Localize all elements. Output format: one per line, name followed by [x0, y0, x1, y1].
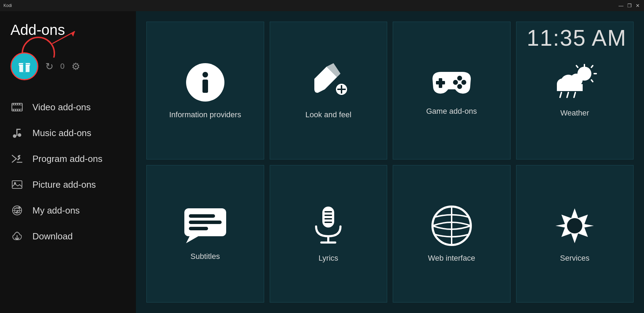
lyrics-icon	[313, 205, 344, 247]
settings-button[interactable]: ⚙	[71, 61, 80, 72]
svg-point-33	[202, 72, 208, 77]
svg-point-68	[567, 218, 582, 233]
svg-rect-61	[324, 215, 332, 216]
grid-item-services[interactable]: Services	[516, 165, 634, 303]
grid-item-lyrics[interactable]: Lyrics	[270, 165, 388, 303]
picture-addons-label: Picture add-ons	[32, 179, 96, 190]
clock: 11:35 AM	[527, 25, 627, 51]
svg-rect-8	[12, 105, 22, 105]
svg-rect-56	[189, 214, 215, 218]
svg-line-53	[567, 92, 568, 97]
addon-grid: Information providers Look and feel	[146, 22, 634, 303]
svg-rect-58	[189, 227, 208, 230]
svg-rect-62	[324, 218, 332, 219]
music-icon	[10, 126, 24, 140]
sidebar-item-music[interactable]: Music add-ons	[0, 120, 136, 146]
svg-rect-23	[17, 157, 21, 161]
window-controls: — ❐ ✕	[618, 3, 641, 8]
svg-line-44	[591, 66, 593, 67]
program-icon	[10, 152, 24, 165]
svg-line-52	[560, 92, 561, 97]
restore-button[interactable]: ❐	[627, 3, 632, 8]
svg-rect-16	[17, 110, 18, 111]
svg-rect-15	[15, 110, 16, 111]
web-icon	[431, 205, 473, 247]
game-label: Game add-ons	[426, 107, 477, 116]
minimize-button[interactable]: —	[618, 3, 624, 8]
svg-point-18	[13, 134, 16, 138]
subtitles-label: Subtitles	[191, 252, 220, 261]
look-label: Look and feel	[305, 110, 351, 119]
svg-line-47	[576, 66, 578, 67]
sidebar-item-video[interactable]: Video add-ons	[0, 94, 136, 120]
content-area: 11:35 AM Information providers	[136, 11, 644, 313]
install-from-zip-wrapper	[10, 52, 38, 80]
svg-rect-57	[189, 221, 222, 224]
svg-rect-24	[12, 181, 22, 188]
svg-rect-34	[202, 80, 208, 93]
svg-line-54	[574, 92, 575, 97]
svg-rect-14	[13, 110, 14, 111]
svg-point-19	[18, 133, 21, 137]
info-label: Information providers	[169, 110, 241, 119]
grid-item-web[interactable]: Web interface	[393, 165, 511, 303]
my-addons-label: My add-ons	[32, 205, 80, 216]
svg-rect-13	[19, 103, 20, 105]
sidebar: Add-ons ↻	[0, 11, 136, 313]
svg-rect-17	[19, 110, 20, 111]
svg-rect-9	[12, 109, 22, 110]
main-container: Add-ons ↻	[0, 11, 644, 313]
download-icon	[10, 230, 24, 243]
subtitles-icon	[183, 207, 228, 245]
sidebar-item-download[interactable]: Download	[0, 223, 136, 249]
sidebar-icons-row: ↻ 0 ⚙	[0, 49, 136, 91]
game-icon	[429, 65, 474, 100]
weather-label: Weather	[560, 109, 589, 118]
lyrics-label: Lyrics	[319, 254, 338, 263]
svg-rect-21	[16, 129, 21, 130]
svg-rect-60	[324, 211, 332, 213]
svg-point-38	[457, 76, 462, 81]
picture-icon	[10, 178, 24, 191]
package-icon	[17, 59, 32, 74]
music-addons-label: Music add-ons	[32, 128, 91, 139]
svg-rect-59	[322, 207, 334, 228]
services-label: Services	[560, 254, 589, 263]
refresh-button[interactable]: ↻	[45, 61, 53, 72]
sidebar-item-program[interactable]: Program add-ons	[0, 146, 136, 172]
web-label: Web interface	[428, 254, 475, 263]
look-icon	[307, 61, 349, 103]
svg-rect-63	[324, 222, 332, 223]
close-button[interactable]: ✕	[635, 3, 641, 8]
svg-point-40	[457, 84, 462, 89]
grid-item-subtitles[interactable]: Subtitles	[146, 165, 264, 303]
sidebar-header: Add-ons	[0, 11, 136, 49]
program-addons-label: Program add-ons	[32, 154, 102, 164]
svg-point-41	[453, 80, 458, 85]
svg-rect-37	[436, 81, 445, 84]
grid-item-game[interactable]: Game add-ons	[393, 22, 511, 159]
svg-line-46	[591, 80, 593, 82]
svg-point-39	[461, 80, 466, 85]
myaddon-icon	[10, 204, 24, 217]
download-label: Download	[32, 231, 73, 242]
svg-rect-11	[15, 103, 16, 105]
info-icon	[184, 61, 226, 103]
app-title: Kodi	[3, 3, 12, 8]
svg-rect-12	[17, 103, 18, 105]
svg-rect-10	[13, 103, 14, 105]
sidebar-item-picture[interactable]: Picture add-ons	[0, 172, 136, 198]
install-from-zip-button[interactable]	[10, 52, 38, 80]
sidebar-item-my-addons[interactable]: My add-ons	[0, 198, 136, 223]
svg-rect-51	[557, 84, 583, 91]
sidebar-nav: Video add-ons Music add-ons	[0, 91, 136, 313]
grid-item-look[interactable]: Look and feel	[270, 22, 388, 159]
film-icon	[10, 100, 24, 114]
weather-icon	[550, 63, 599, 102]
titlebar: Kodi — ❐ ✕	[0, 0, 644, 11]
page-title: Add-ons	[10, 22, 125, 38]
video-addons-label: Video add-ons	[32, 102, 91, 113]
services-icon	[554, 205, 596, 247]
grid-item-info[interactable]: Information providers	[146, 22, 264, 159]
update-count: 0	[60, 62, 64, 71]
